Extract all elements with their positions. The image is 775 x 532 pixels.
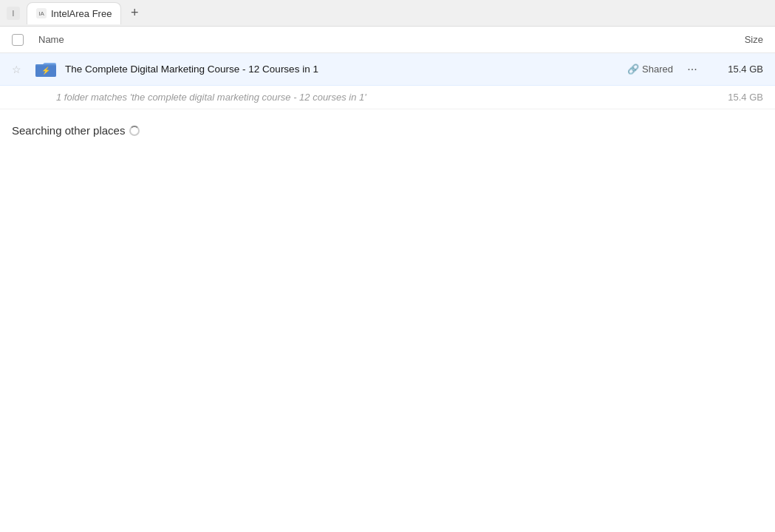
- folder-icon: ⚡: [35, 61, 56, 78]
- svg-text:⚡: ⚡: [41, 66, 51, 75]
- summary-size: 15.4 GB: [728, 92, 763, 103]
- summary-text: 1 folder matches 'the complete digital m…: [56, 92, 728, 103]
- more-icon: ···: [687, 63, 697, 76]
- shared-badge: 🔗 Shared: [627, 64, 673, 75]
- active-tab[interactable]: IA IntelArea Free: [27, 2, 121, 24]
- svg-text:IA: IA: [38, 10, 44, 17]
- file-name: The Complete Digital Marketing Course - …: [65, 64, 627, 75]
- new-tab-button[interactable]: +: [124, 3, 145, 24]
- more-options-button[interactable]: ···: [682, 59, 703, 80]
- searching-text: Searching other places: [12, 124, 125, 137]
- size-column-header: Size: [704, 34, 763, 45]
- loading-spinner: [129, 126, 140, 136]
- svg-text:I: I: [13, 10, 15, 18]
- folder-icon-col: ⚡: [33, 61, 59, 78]
- select-all-checkbox-col[interactable]: [12, 34, 38, 46]
- file-size: 15.4 GB: [711, 64, 763, 75]
- link-icon: 🔗: [627, 64, 639, 75]
- select-all-checkbox[interactable]: [12, 34, 24, 46]
- searching-label: Searching other places: [12, 124, 763, 137]
- name-column-header: Name: [38, 34, 704, 45]
- column-header: Name Size: [0, 27, 775, 53]
- app-favicon: I: [6, 6, 21, 21]
- tab-label: IntelArea Free: [51, 8, 112, 19]
- star-icon[interactable]: ☆: [12, 64, 21, 75]
- tab-bar: I IA IntelArea Free +: [0, 0, 775, 27]
- shared-label: Shared: [642, 64, 673, 75]
- file-row[interactable]: ☆ ⚡ The Complete Digital Marketing Cours…: [0, 53, 775, 86]
- star-col[interactable]: ☆: [12, 64, 30, 75]
- searching-section: Searching other places: [0, 109, 775, 151]
- summary-row: 1 folder matches 'the complete digital m…: [0, 86, 775, 109]
